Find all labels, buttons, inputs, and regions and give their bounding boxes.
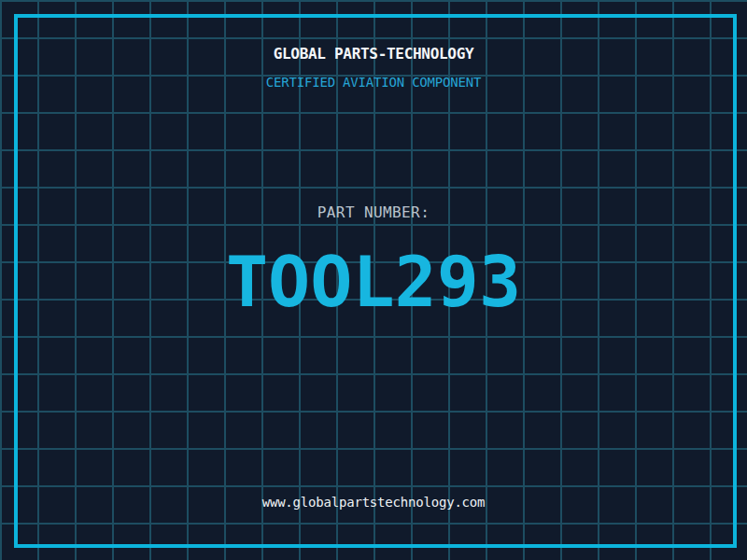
part-label-page: GLOBAL PARTS-TECHNOLOGY CERTIFIED AVIATI…	[0, 0, 747, 560]
certification-subtitle: CERTIFIED AVIATION COMPONENT	[0, 76, 747, 89]
part-number-label: PART NUMBER:	[0, 205, 747, 220]
part-number-value: TOOL293	[0, 247, 747, 317]
company-title: GLOBAL PARTS-TECHNOLOGY	[0, 47, 747, 62]
website-url: www.globalpartstechnology.com	[0, 496, 747, 509]
